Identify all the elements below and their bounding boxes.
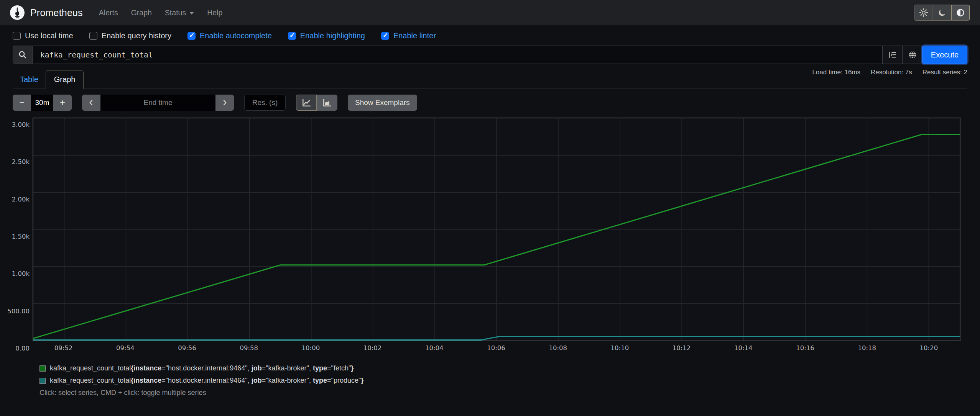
execute-button[interactable]: Execute	[922, 46, 967, 64]
x-tick-label: 10:06	[487, 344, 505, 352]
nav-item-graph[interactable]: Graph	[131, 8, 152, 17]
globe-icon	[908, 50, 917, 59]
area-chart-icon	[322, 98, 332, 108]
theme-auto-button[interactable]	[951, 5, 970, 20]
y-tick-label: 0.00	[15, 345, 30, 352]
stacked-graph-button[interactable]	[317, 95, 337, 111]
graph-canvas[interactable]	[33, 118, 960, 341]
search-icon	[18, 50, 27, 59]
range-increase-button[interactable]: +	[53, 95, 72, 111]
x-tick-label: 10:20	[920, 344, 938, 352]
y-tick-label: 3.00k	[12, 121, 30, 128]
checkbox-icon	[89, 32, 97, 40]
y-tick-label: 1.50k	[12, 233, 30, 240]
x-tick-label: 10:04	[425, 344, 444, 352]
time-forward-button[interactable]	[215, 95, 234, 111]
tree-view-icon	[888, 50, 897, 59]
series-label: kafka_request_count_total{instance="host…	[50, 364, 354, 372]
chevron-right-icon	[221, 99, 229, 106]
series-label: kafka_request_count_total{instance="host…	[50, 377, 363, 385]
theme-toggle-group	[914, 5, 970, 21]
query-input[interactable]	[33, 46, 883, 64]
y-axis-labels: 0.00500.001.00k1.50k2.00k2.50k3.00k	[13, 118, 33, 341]
x-tick-label: 10:12	[673, 344, 691, 352]
x-tick-label: 09:56	[178, 344, 196, 352]
nav-item-alerts[interactable]: Alerts	[99, 8, 118, 17]
end-time-input[interactable]	[100, 95, 215, 111]
range-input[interactable]	[31, 95, 53, 111]
y-tick-label: 2.50k	[12, 158, 30, 165]
x-tick-label: 10:14	[734, 344, 753, 352]
tabs-row: Load time: 16ms Resolution: 7s Result se…	[13, 68, 967, 88]
checkbox-linter[interactable]: Enable linter	[381, 31, 436, 40]
series-swatch-icon	[39, 378, 46, 384]
time-navigation	[82, 95, 234, 111]
moon-icon	[938, 8, 946, 17]
x-tick-label: 10:02	[363, 344, 382, 352]
series-swatch-icon	[39, 365, 46, 372]
x-tick-label: 10:16	[796, 344, 814, 352]
checkbox-icon	[13, 32, 21, 40]
checkbox-icon	[288, 32, 296, 40]
x-tick-label: 09:52	[54, 344, 73, 352]
query-bar: Execute	[13, 46, 967, 64]
legend-hint: Click: select series, CMD + click: toggl…	[39, 389, 967, 397]
x-tick-label: 10:00	[302, 344, 320, 352]
show-exemplars-button[interactable]: Show Exemplars	[348, 95, 417, 111]
chevron-left-icon	[87, 99, 95, 106]
x-tick-label: 09:58	[240, 344, 258, 352]
chart-area: 0.00500.001.00k1.50k2.00k2.50k3.00k	[13, 118, 967, 341]
theme-light-button[interactable]	[914, 5, 933, 20]
time-back-button[interactable]	[82, 95, 100, 111]
query-tree-button[interactable]	[883, 46, 903, 64]
checkbox-highlighting[interactable]: Enable highlighting	[288, 31, 365, 40]
query-stats: Load time: 16ms Resolution: 7s Result se…	[812, 69, 967, 76]
x-tick-label: 10:10	[611, 344, 629, 352]
checkbox-icon	[187, 32, 196, 40]
legend-series-row[interactable]: kafka_request_count_total{instance="host…	[39, 364, 967, 372]
tabbar: Table Graph	[13, 70, 84, 88]
x-tick-label: 10:18	[858, 344, 876, 352]
checkbox-icon	[381, 32, 389, 40]
search-addon	[13, 46, 33, 64]
graph-controls: − +	[13, 95, 967, 111]
prometheus-logo-icon[interactable]	[10, 5, 25, 20]
theme-dark-button[interactable]	[933, 5, 951, 20]
result-series: Result series: 2	[922, 69, 967, 76]
app-title[interactable]: Prometheus	[30, 7, 83, 18]
y-tick-label: 1.00k	[12, 270, 30, 277]
legend: kafka_request_count_total{instance="host…	[39, 364, 967, 385]
resolution-input[interactable]	[244, 95, 286, 111]
line-graph-button[interactable]	[296, 95, 317, 111]
metrics-explorer-button[interactable]	[903, 46, 922, 64]
tab-graph[interactable]: Graph	[46, 70, 84, 89]
range-decrease-button[interactable]: −	[13, 95, 31, 111]
nav-item-help[interactable]: Help	[207, 8, 222, 17]
x-axis-labels: 09:5209:5409:5609:5810:0010:0210:0410:06…	[33, 341, 960, 354]
sun-icon	[919, 8, 928, 17]
nav-item-status[interactable]: Status	[165, 8, 194, 17]
graph-type-toggle	[296, 95, 337, 111]
navbar: Prometheus Alerts Graph Status Help	[0, 0, 980, 25]
legend-series-row[interactable]: kafka_request_count_total{instance="host…	[39, 377, 967, 385]
graph-plot[interactable]	[33, 118, 960, 341]
options-row: Use local time Enable query history Enab…	[13, 31, 967, 40]
checkbox-autocomplete[interactable]: Enable autocomplete	[187, 31, 272, 40]
line-chart-icon	[301, 98, 311, 108]
range-stepper: − +	[13, 95, 72, 111]
load-time: Load time: 16ms	[812, 69, 860, 76]
checkbox-use-local-time[interactable]: Use local time	[13, 31, 73, 40]
x-tick-label: 09:54	[116, 344, 135, 352]
x-tick-label: 10:08	[549, 344, 567, 352]
y-tick-label: 2.00k	[12, 195, 30, 203]
y-tick-label: 500.00	[7, 307, 30, 314]
half-circle-icon	[956, 8, 965, 17]
chevron-down-icon	[189, 12, 194, 15]
checkbox-query-history[interactable]: Enable query history	[89, 31, 171, 40]
resolution: Resolution: 7s	[871, 69, 912, 76]
tab-table[interactable]: Table	[13, 70, 46, 88]
tabs-divider	[13, 88, 967, 88]
